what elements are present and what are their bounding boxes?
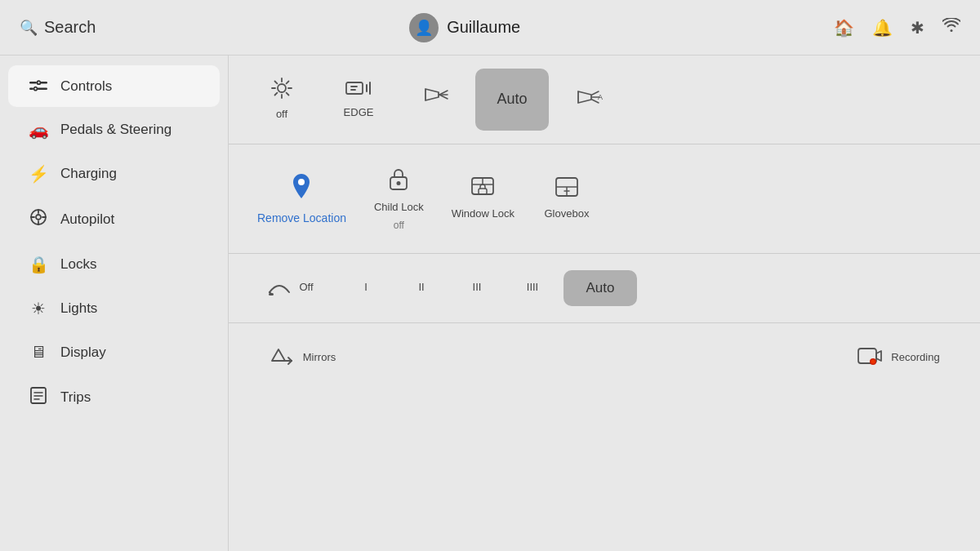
- svg-rect-0: [29, 82, 37, 84]
- sidebar-locks-label: Locks: [60, 256, 96, 273]
- search-label: Search: [44, 18, 96, 37]
- glovebox-button[interactable]: Glovebox: [530, 158, 604, 240]
- avatar: 👤: [409, 13, 439, 42]
- mirrors-button[interactable]: Mirrors: [245, 336, 359, 380]
- search-area[interactable]: 🔍 Search: [20, 18, 96, 37]
- wiper-1-label: I: [364, 281, 368, 295]
- sidebar-charging-label: Charging: [60, 166, 117, 182]
- headlights-button[interactable]: [399, 69, 472, 131]
- window-lock-button[interactable]: Window Lock: [439, 158, 527, 240]
- bluetooth-icon[interactable]: ✱: [911, 18, 924, 38]
- display-icon: 🖥: [28, 343, 49, 362]
- sidebar-pedals-label: Pedals & Steering: [60, 122, 172, 138]
- sidebar-item-autopilot[interactable]: Autopilot: [8, 197, 220, 242]
- location-icon: [290, 172, 313, 206]
- wiper-auto-button[interactable]: Auto: [564, 270, 637, 306]
- recording-button[interactable]: Recording: [833, 336, 964, 380]
- sidebar-item-lights[interactable]: ☀ Lights: [8, 287, 220, 330]
- edge-icon: [345, 79, 372, 101]
- lights-icon: ☀: [28, 299, 49, 318]
- sidebar-autopilot-label: Autopilot: [60, 211, 114, 228]
- sidebar-item-controls[interactable]: Controls: [8, 65, 220, 107]
- sidebar-lights-label: Lights: [60, 300, 97, 317]
- edge-label: EDGE: [344, 106, 374, 120]
- controls-content: off EDGE: [229, 56, 980, 551]
- sidebar: Controls 🚗 Pedals & Steering ⚡ Charging …: [0, 56, 229, 551]
- svg-point-16: [278, 84, 286, 92]
- highbeam-auto-button[interactable]: A: [552, 69, 626, 131]
- brightness-off-button[interactable]: off: [245, 69, 318, 131]
- window-lock-label: Window Lock: [452, 207, 514, 221]
- svg-point-37: [298, 179, 305, 185]
- svg-point-55: [871, 359, 875, 363]
- wiper-speed-2-button[interactable]: II: [397, 272, 446, 304]
- locks-icon: 🔒: [28, 255, 49, 274]
- auto-button[interactable]: Auto: [475, 69, 549, 131]
- svg-line-21: [275, 82, 278, 84]
- wiper-controls-row: Off I II III IIII Auto: [229, 254, 980, 323]
- svg-rect-5: [38, 88, 48, 91]
- child-lock-button[interactable]: Child Lock off: [362, 158, 436, 240]
- svg-text:A: A: [598, 93, 603, 101]
- wiper-auto-label: Auto: [586, 279, 615, 297]
- auto-label: Auto: [497, 90, 527, 109]
- window-lock-icon: [470, 176, 495, 202]
- svg-point-4: [34, 87, 38, 91]
- home-icon[interactable]: 🏠: [834, 18, 854, 38]
- glovebox-label: Glovebox: [545, 207, 590, 221]
- svg-line-23: [287, 82, 289, 84]
- svg-rect-43: [479, 189, 487, 194]
- sidebar-trips-label: Trips: [60, 389, 91, 406]
- remove-location-button[interactable]: Remove Location: [245, 158, 359, 240]
- child-lock-icon: [388, 167, 409, 196]
- svg-rect-25: [346, 82, 363, 94]
- wiper-speed-1-button[interactable]: I: [341, 272, 390, 304]
- remove-location-label: Remove Location: [257, 211, 346, 225]
- search-icon: 🔍: [20, 19, 38, 37]
- svg-line-22: [287, 93, 289, 96]
- mirrors-label: Mirrors: [303, 351, 336, 365]
- accessories-row: Mirrors Recording: [229, 323, 980, 393]
- sidebar-item-trips[interactable]: Trips: [8, 375, 220, 420]
- spacer: [363, 336, 830, 380]
- sidebar-controls-label: Controls: [60, 78, 112, 95]
- sidebar-item-charging[interactable]: ⚡ Charging: [8, 153, 220, 195]
- svg-rect-49: [269, 293, 274, 295]
- recording-label: Recording: [891, 351, 939, 365]
- brightness-icon: [271, 78, 292, 103]
- wiper-speed-4-button[interactable]: IIII: [508, 272, 557, 304]
- edge-button[interactable]: EDGE: [322, 69, 395, 131]
- highbeam-icon: A: [575, 88, 603, 110]
- svg-rect-2: [41, 82, 48, 84]
- svg-point-39: [397, 181, 401, 185]
- locks-controls-row: Remove Location Child Lock off: [229, 144, 980, 254]
- pedals-icon: 🚗: [28, 120, 49, 140]
- user-name: Guillaume: [447, 18, 520, 37]
- svg-point-7: [36, 215, 41, 220]
- svg-line-24: [275, 93, 278, 96]
- sidebar-item-display[interactable]: 🖥 Display: [8, 331, 220, 373]
- wiper-icon: [266, 276, 292, 300]
- autopilot-icon: [28, 208, 49, 230]
- header: 🔍 Search 👤 Guillaume 🏠 🔔 ✱: [0, 0, 980, 56]
- lighting-controls-row: off EDGE: [229, 56, 980, 144]
- notification-icon[interactable]: 🔔: [872, 18, 893, 38]
- wifi-icon[interactable]: [942, 18, 960, 37]
- headlights-icon: [422, 86, 448, 108]
- svg-point-1: [38, 81, 41, 84]
- header-center: 👤 Guillaume: [96, 13, 834, 42]
- sidebar-item-pedals[interactable]: 🚗 Pedals & Steering: [8, 109, 220, 151]
- charging-icon: ⚡: [28, 164, 49, 184]
- controls-icon: [28, 77, 49, 96]
- wiper-off-button[interactable]: Off: [245, 267, 335, 309]
- wiper-3-label: III: [473, 281, 482, 295]
- wiper-off-label: Off: [299, 281, 313, 295]
- sidebar-item-locks[interactable]: 🔒 Locks: [8, 243, 220, 286]
- glovebox-icon: [555, 176, 579, 202]
- recording-icon: [857, 345, 883, 371]
- svg-rect-3: [29, 88, 33, 91]
- wiper-speed-3-button[interactable]: III: [452, 272, 501, 304]
- mirrors-icon: [269, 346, 295, 371]
- sidebar-display-label: Display: [60, 344, 106, 361]
- brightness-label: off: [276, 108, 287, 122]
